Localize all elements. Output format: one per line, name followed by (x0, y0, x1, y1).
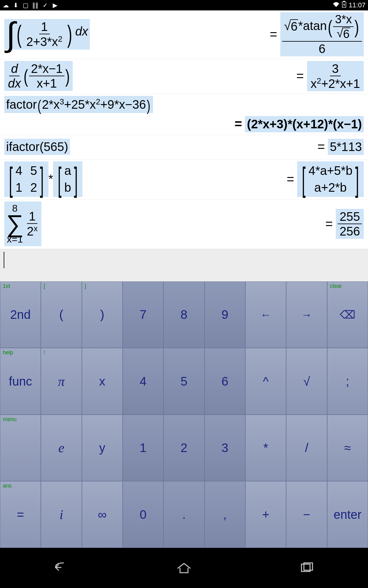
history-row[interactable]: factor(2*x3+25*x2+9*x−36) = (2*x+3)*(x+1… (0, 94, 368, 135)
key-one[interactable]: 1 (123, 415, 163, 481)
history-row[interactable]: ∫ ( 1 2+3*x2 ) dx = 6*atan(3*x6) 6 (0, 10, 368, 59)
key-main-label: ^ (263, 375, 269, 388)
history-row[interactable]: 8 ∑ x=1 1 2x = 255 256 (0, 200, 368, 249)
expression-rhs[interactable]: 3 x2+2*x+1 (307, 61, 364, 91)
key-main-label: ⌫ (340, 308, 355, 321)
key-main-label: ( (59, 308, 63, 322)
equals-sign: = (322, 217, 336, 231)
key-keyboard-toggle[interactable]: menu (0, 415, 41, 481)
key-minus[interactable]: − (286, 481, 327, 548)
key-sqrt[interactable]: √ (286, 348, 327, 415)
key-main-label: x (99, 375, 105, 388)
multiply-op: * (48, 172, 53, 186)
android-status-bar: ☁ ⬇ ▢ ∥∥ ✓ ▶ 11:07 (0, 0, 368, 10)
key-main-label: 5 (181, 375, 187, 388)
expression-lhs[interactable]: ∫ ( 1 2+3*x2 ) dx (4, 19, 90, 49)
key-main-label: 9 (221, 308, 228, 322)
key-alt-label: clear (330, 283, 342, 289)
download-icon: ⬇ (12, 2, 19, 9)
key-main-label: 2 (181, 441, 187, 455)
key-eight[interactable]: 8 (163, 281, 204, 348)
key-backspace[interactable]: clear⌫ (327, 281, 368, 348)
key-pi[interactable]: !π (41, 348, 82, 415)
key-main-label: , (223, 508, 227, 522)
equals-sign: = (232, 117, 245, 131)
calculation-history[interactable]: ∫ ( 1 2+3*x2 ) dx = 6*atan(3*x6) 6 (0, 10, 368, 249)
key-alt-label: ans (3, 483, 12, 489)
key-two[interactable]: 2 (163, 415, 204, 481)
key-func[interactable]: helpfunc (0, 348, 41, 415)
key-var-x[interactable]: x (82, 348, 123, 415)
key-multiply[interactable]: * (245, 415, 286, 481)
key-plus[interactable]: + (245, 481, 286, 548)
key-main-label: y (99, 441, 105, 455)
key-five[interactable]: 5 (163, 348, 204, 415)
key-decimal[interactable]: . (163, 481, 204, 548)
expression-lhs-2[interactable]: [ a b ] (53, 161, 82, 197)
expression-lhs[interactable]: d dx ( 2*x−1 x+1 ) (4, 61, 73, 91)
cloud-up-icon: ☁ (2, 2, 9, 9)
key-main-label: 3 (221, 441, 228, 455)
key-power[interactable]: ^ (245, 348, 286, 415)
key-infinity[interactable]: ∞ (82, 481, 123, 548)
key-semicolon[interactable]: ; (327, 348, 368, 415)
equals-sign: = (293, 69, 307, 83)
key-main-label: 2nd (10, 308, 31, 322)
key-main-label: ≈ (344, 441, 351, 455)
key-alt-label: 1st (3, 283, 10, 289)
expression-rhs[interactable]: (2*x+3)*(x+12)*(x−1) (245, 116, 364, 132)
key-var-y[interactable]: y (82, 415, 123, 481)
expression-lhs[interactable]: [ 45 12 ] (4, 161, 48, 197)
expression-input[interactable] (0, 249, 368, 281)
key-rparen[interactable]: ]) (82, 281, 123, 348)
expression-lhs[interactable]: factor(2*x3+25*x2+9*x−36) (4, 96, 153, 113)
key-approx[interactable]: ≈ (327, 415, 368, 481)
key-main-label: π (58, 374, 65, 389)
key-main-label: ← (260, 308, 271, 321)
key-main-label: 1 (140, 441, 147, 455)
nav-back-button[interactable] (52, 560, 71, 576)
integral-icon: ∫ (6, 22, 15, 46)
key-imaginary[interactable]: i (41, 481, 82, 548)
key-main-label: = (17, 508, 24, 522)
nav-home-button[interactable] (174, 560, 194, 576)
key-comma[interactable]: , (205, 481, 245, 548)
key-main-label: i (59, 507, 63, 522)
nav-recent-button[interactable] (297, 560, 316, 576)
history-row[interactable]: [ 45 12 ] * [ a b ] = (0, 160, 368, 200)
expression-rhs[interactable]: 255 256 (336, 209, 364, 239)
key-enter[interactable]: enter (327, 481, 368, 548)
key-three[interactable]: 3 (205, 415, 245, 481)
play-store-icon: ▶ (52, 2, 58, 9)
image-icon: ▢ (22, 2, 29, 9)
key-seven[interactable]: 7 (123, 281, 163, 348)
integrand-num: 1 (39, 20, 50, 34)
expression-rhs[interactable]: 6*atan(3*x6) 6 (280, 12, 364, 56)
equals-sign: = (267, 27, 281, 42)
key-cursor-right[interactable]: → (286, 281, 327, 348)
key-divide[interactable]: / (286, 415, 327, 481)
key-main-label: * (263, 441, 268, 455)
app-content: ∫ ( 1 2+3*x2 ) dx = 6*atan(3*x6) 6 (0, 10, 368, 548)
key-main-label: 7 (140, 308, 147, 322)
history-row[interactable]: d dx ( 2*x−1 x+1 ) = 3 x2+2*x+1 (0, 59, 368, 94)
wifi-icon (333, 1, 339, 9)
key-zero[interactable]: 0 (123, 481, 163, 548)
key-euler[interactable]: e (41, 415, 82, 481)
key-four[interactable]: 4 (123, 348, 163, 415)
key-equals[interactable]: ans= (0, 481, 41, 548)
key-second[interactable]: 1st2nd (0, 281, 41, 348)
expression-rhs[interactable]: [ 4*a+5*b a+2*b ] (297, 161, 364, 197)
key-main-label: . (182, 508, 186, 522)
key-main-label: ∞ (98, 508, 107, 522)
key-lparen[interactable]: [( (41, 281, 82, 348)
status-time: 11:07 (349, 1, 366, 9)
expression-rhs[interactable]: 5*113 (328, 139, 364, 155)
expression-lhs[interactable]: 8 ∑ x=1 1 2x (4, 202, 41, 246)
key-nine[interactable]: 9 (205, 281, 245, 348)
key-six[interactable]: 6 (205, 348, 245, 415)
key-main-label: → (301, 308, 312, 321)
expression-lhs[interactable]: ifactor(565) (4, 139, 70, 155)
key-cursor-left[interactable]: ← (245, 281, 286, 348)
history-row[interactable]: ifactor(565) = 5*113 (0, 135, 368, 160)
